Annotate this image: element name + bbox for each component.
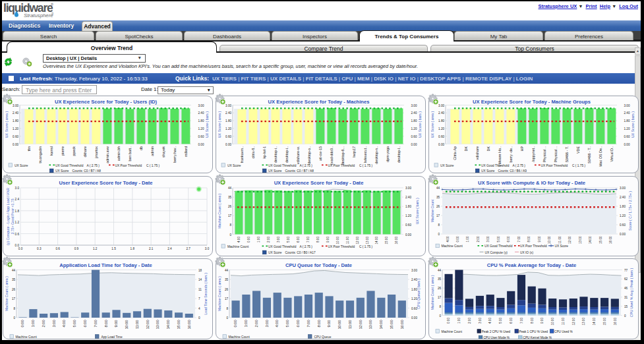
svg-text:1.20: 1.20: [13, 127, 18, 130]
svg-text:UX Score: UX Score: [268, 169, 282, 173]
svg-text:14: 14: [198, 278, 202, 281]
svg-text:0.6: 0.6: [55, 247, 60, 250]
svg-text:lwlexecut..: lwlexecut..: [363, 146, 367, 163]
svg-text:kamsl: kamsl: [49, 146, 53, 156]
svg-text:Counts: C0 / B6 / A9: Counts: C0 / B6 / A9: [498, 169, 527, 173]
svg-text:C ( 1.75 ): C ( 1.75 ): [359, 164, 372, 167]
svg-text:31: 31: [624, 296, 628, 299]
svg-text:10:00: 10:00: [548, 236, 551, 244]
svg-text:2.40: 2.40: [624, 111, 630, 115]
svg-text:0.00: 0.00: [405, 233, 411, 237]
svg-text:8:00: 8:00: [317, 320, 321, 328]
svg-text:1:00: 1:00: [457, 318, 461, 324]
svg-text:15:00: 15:00: [603, 318, 606, 326]
svg-text:A ( 2.75 ): A ( 2.75 ): [300, 164, 313, 167]
svg-text:desktop-l..: desktop-l..: [397, 146, 401, 163]
svg-text:DK: DK: [486, 146, 490, 152]
svg-text:UX Score ( bars ): UX Score ( bars ): [631, 111, 635, 138]
svg-text:0: 0: [229, 233, 231, 237]
svg-text:6:00: 6:00: [507, 236, 510, 242]
svg-text:4: 4: [198, 307, 200, 310]
svg-text:Citrix-Ap: Citrix-Ap: [453, 146, 457, 160]
svg-text:17: 17: [228, 214, 232, 217]
svg-text:vdishare-w.: vdishare-w.: [296, 146, 300, 164]
svg-text:db: db: [139, 146, 143, 150]
svg-text:14:00: 14:00: [379, 320, 383, 330]
svg-text:Machine Count ( area ): Machine Count ( area ): [218, 276, 221, 311]
svg-text:0.60: 0.60: [198, 135, 204, 138]
svg-text:desktop-o..: desktop-o..: [307, 146, 311, 164]
svg-text:1.80: 1.80: [624, 119, 630, 123]
svg-text:13:00: 13:00: [366, 237, 369, 244]
svg-text:15:00: 15:00: [390, 320, 394, 330]
svg-text:CPU Queue for Today - Date: CPU Queue for Today - Date: [285, 262, 352, 268]
svg-text:(y) Compute - Login / App Load: (y) Compute - Login / App Load / ANR: [6, 188, 10, 245]
svg-text:shayek: shayek: [161, 146, 165, 158]
svg-text:admin: admin: [150, 146, 154, 156]
svg-text:0.00: 0.00: [13, 143, 18, 146]
svg-text:A ( 2.75 ): A ( 2.75 ): [300, 245, 313, 248]
svg-text:1.5: 1.5: [111, 247, 116, 250]
svg-text:ati-cw-15: ati-cw-15: [318, 146, 322, 161]
svg-text:3.00: 3.00: [198, 104, 204, 107]
svg-text:10:00: 10:00: [337, 320, 341, 330]
svg-text:2.4: 2.4: [15, 198, 20, 201]
svg-text:3.0: 3.0: [205, 247, 210, 250]
svg-text:0:00: 0:00: [247, 237, 250, 243]
svg-text:1.80: 1.80: [620, 205, 626, 208]
svg-text:vdishare: vdishare: [475, 146, 479, 159]
svg-text:13:00: 13:00: [579, 236, 582, 244]
svg-text:UX Experience Score for Today: UX Experience Score for Today - Date: [274, 180, 364, 186]
svg-text:desktop-n..: desktop-n..: [374, 146, 378, 164]
svg-text:Machine Count: Machine Count: [229, 335, 250, 339]
svg-text:10:00: 10:00: [125, 320, 129, 330]
svg-text:1.2: 1.2: [15, 221, 20, 224]
svg-text:desktop-6...: desktop-6...: [341, 146, 345, 165]
svg-text:9:00: 9:00: [541, 318, 544, 324]
svg-text:16:00: 16:00: [400, 320, 404, 330]
svg-text:0.0: 0.0: [18, 247, 23, 250]
svg-text:35: 35: [228, 196, 232, 199]
svg-text:1.2: 1.2: [93, 247, 98, 250]
svg-text:0: 0: [624, 314, 626, 318]
svg-text:0:00: 0:00: [456, 236, 459, 242]
svg-text:3.00: 3.00: [411, 269, 417, 272]
svg-text:1.80: 1.80: [13, 119, 18, 123]
svg-text:12:00: 12:00: [572, 318, 575, 326]
svg-text:16:00: 16:00: [187, 320, 191, 330]
svg-text:8: 8: [439, 305, 441, 308]
svg-text:10:00: 10:00: [336, 237, 339, 244]
svg-text:Physical ..: Physical ..: [542, 146, 546, 163]
svg-text:15:00: 15:00: [385, 237, 388, 244]
svg-text:UX Good Threshold: UX Good Threshold: [55, 164, 84, 167]
svg-text:13:00: 13:00: [582, 318, 585, 326]
svg-text:kp-lwl-1: kp-lwl-1: [262, 146, 266, 159]
svg-text:HP: HP: [520, 146, 524, 152]
svg-text:0: 0: [226, 316, 228, 320]
svg-text:admin.bh: admin.bh: [117, 146, 121, 161]
svg-text:UX Poor Threshold: UX Poor Threshold: [541, 164, 568, 167]
svg-text:UX Score: UX Score: [440, 164, 454, 167]
svg-text:3:00: 3:00: [479, 318, 482, 324]
svg-text:/oppynet..: /oppynet..: [531, 146, 535, 162]
svg-text:0.60: 0.60: [620, 223, 626, 227]
svg-text:2.1: 2.1: [149, 247, 154, 250]
svg-text:0.00: 0.00: [624, 143, 630, 146]
svg-text:11:00: 11:00: [348, 320, 352, 330]
svg-text:UX Poor Threshold: UX Poor Threshold: [328, 164, 355, 167]
svg-text:CPU User Mode %: CPU User Mode %: [483, 336, 510, 339]
svg-text:A ( 2.75 ): A ( 2.75 ): [87, 164, 100, 167]
svg-text:Counts: C0 / B7 / A8: Counts: C0 / B7 / A8: [73, 169, 102, 173]
svg-text:ben batt..: ben batt..: [128, 146, 132, 161]
svg-text:11:00: 11:00: [135, 320, 139, 330]
svg-text:cvad-ddc0..: cvad-ddc0..: [330, 146, 334, 165]
svg-text:UX Score ( bars ): UX Score ( bars ): [418, 111, 422, 138]
svg-text:Peak 1 CPU % Used: Peak 1 CPU % Used: [519, 330, 548, 333]
svg-text:Score ( C / 1.75+ / 2.75+ ): Score ( C / 1.75+ / 2.75+ ): [628, 191, 632, 231]
svg-text:0.60: 0.60: [225, 135, 231, 138]
svg-text:C ( 1.75 ): C ( 1.75 ): [572, 164, 585, 167]
svg-text:17: 17: [12, 297, 16, 301]
svg-text:26: 26: [436, 205, 440, 208]
svg-text:App Load Time: App Load Time: [102, 335, 123, 339]
svg-text:Counts: C0 / B7 / A8: Counts: C0 / B7 / A8: [285, 169, 314, 173]
